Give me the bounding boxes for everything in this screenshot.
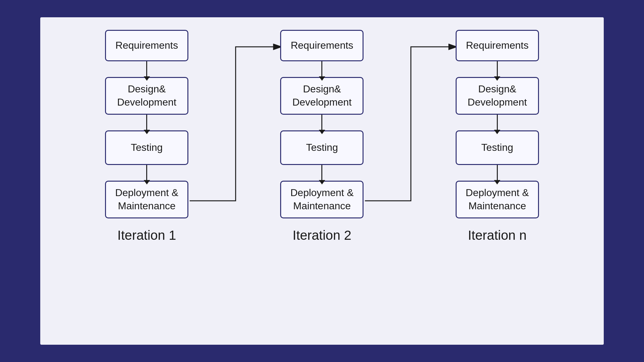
design-box-1: Design&Development [105,77,188,115]
arrow-down-2a [321,61,322,77]
arrow-down-3b [497,115,498,130]
diagram-container: Requirements Design&Development Testing … [39,16,605,346]
arrow-down-2c [321,165,322,181]
deployment-box-3: Deployment &Maintenance [456,181,539,218]
design-box-2: Design&Development [280,77,364,115]
iteration-n-column: Requirements Design&Development Testing … [450,30,544,243]
arrow-down-1c [146,165,147,181]
requirements-box-2: Requirements [280,30,364,61]
iteration-n-label: Iteration n [468,228,527,243]
design-box-3: Design&Development [456,77,539,115]
iteration-2-column: Requirements Design&Development Testing … [275,30,369,243]
arrow-down-1b [146,115,147,130]
deployment-box-1: Deployment &Maintenance [105,181,188,218]
arrow-down-1a [146,61,147,77]
testing-box-1: Testing [105,130,188,165]
arrow-down-3c [497,165,498,181]
requirements-box-1: Requirements [105,30,188,61]
testing-box-3: Testing [456,130,539,165]
testing-box-2: Testing [280,130,364,165]
deployment-box-2: Deployment &Maintenance [280,181,364,218]
iteration-2-label: Iteration 2 [293,228,352,243]
requirements-box-3: Requirements [456,30,539,61]
iteration-1-label: Iteration 1 [117,228,176,243]
arrow-down-2b [321,115,322,130]
iteration-1-column: Requirements Design&Development Testing … [100,30,194,243]
arrow-down-3a [497,61,498,77]
